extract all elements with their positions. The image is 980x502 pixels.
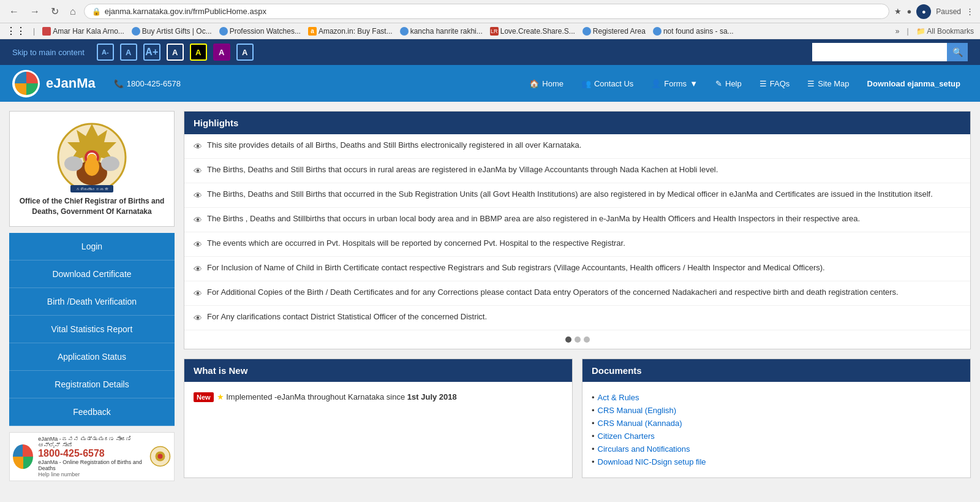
nav-help[interactable]: ✎ Help: [708, 74, 749, 93]
helpline-box: eJanMa - ಜನನ ಮತ್ತು ಮರಣ ನೊಂದಣಿ ಆನ್‌ಲೈನ್ ಸ…: [9, 432, 175, 481]
nav-logo: eJanMa 📞 1800-425-6578: [12, 70, 181, 97]
nav-contact[interactable]: 👥 Contact Us: [574, 74, 641, 93]
reload-button[interactable]: ↻: [48, 4, 62, 18]
sidebar-birth-death-verify[interactable]: Birth /Death Verification: [9, 288, 175, 316]
karnataka-emblem: ಸತ್ಯಮೇವ ಜಯತೇ: [55, 121, 129, 194]
helpline-tagline: eJanMa - ಜನನ ಮತ್ತು ಮರಣ ನೊಂದಣಿ ಆನ್‌ಲೈನ್ ಸ…: [38, 436, 145, 448]
bookmark-profession[interactable]: Profession Watches...: [219, 27, 301, 36]
home-icon: 🏠: [529, 79, 539, 88]
nav-download-setup[interactable]: Download ejanma_setup: [860, 74, 968, 93]
sidebar-feedback[interactable]: Feedback: [9, 398, 175, 426]
browser-actions: ★ ● ● Paused ⋮: [894, 4, 974, 19]
accessibility-bar: Skip to main content A- A A+ A A A A 🔍: [0, 39, 980, 65]
search-button[interactable]: 🔍: [947, 43, 968, 61]
helpline-text: eJanMa - ಜನನ ಮತ್ತು ಮರಣ ನೊಂದಣಿ ಆನ್‌ಲೈನ್ ಸ…: [38, 436, 145, 477]
documents-list: Act & RulesCRS Manual (English)CRS Manua…: [592, 391, 961, 468]
doc-link-3[interactable]: Citizen Charters: [598, 432, 655, 441]
font-high-contrast-button[interactable]: A: [190, 44, 207, 61]
sidebar-vital-stats[interactable]: Vital Statistics Report: [9, 316, 175, 343]
helpline-sub: eJanMa - Online Registration of Births a…: [38, 459, 145, 471]
search-input[interactable]: [812, 43, 947, 61]
font-purple-button[interactable]: A: [213, 44, 230, 61]
back-button[interactable]: ←: [6, 5, 22, 18]
bookmark-amar[interactable]: Amar Har Kala Arno...: [42, 27, 124, 36]
all-bookmarks[interactable]: 📁 All Bookmarks: [916, 27, 974, 36]
nav-sitemap[interactable]: ☰ Site Map: [800, 74, 856, 93]
doc-link-1[interactable]: CRS Manual (English): [598, 406, 677, 415]
helpline-logo: [13, 444, 33, 469]
logo-inner: [15, 72, 38, 95]
globe-icon: [582, 27, 591, 36]
svg-point-3: [64, 156, 83, 171]
bookmark-buy-artist[interactable]: Buy Artist Gifts | Oc...: [132, 27, 212, 36]
highlights-box: Highlights 👁This site provides details o…: [184, 111, 971, 349]
eye-icon: 👁: [194, 287, 202, 300]
sidebar-download-cert[interactable]: Download Certificate: [9, 261, 175, 288]
highlights-list: 👁This site provides details of all Birth…: [184, 134, 970, 330]
right-content: Highlights 👁This site provides details o…: [184, 111, 971, 481]
emblem-small: [149, 446, 171, 467]
forward-button[interactable]: →: [27, 5, 43, 18]
doc-link-item-4: Circulars and Notifications: [592, 443, 961, 455]
font-blue-button[interactable]: A: [236, 44, 254, 61]
bookmark-amazon[interactable]: a Amazon.in: Buy Fast...: [308, 27, 393, 36]
doc-link-item-5: Download NIC-Dsign setup file: [592, 455, 961, 468]
apps-icon[interactable]: ⋮⋮: [6, 25, 26, 37]
page-dot-1[interactable]: [565, 337, 571, 343]
contact-icon: 👥: [581, 79, 591, 88]
menu-icon[interactable]: ⋮: [966, 7, 974, 16]
eye-icon: 👁: [194, 263, 202, 276]
sidebar-registration-details[interactable]: Registration Details: [9, 371, 175, 398]
sidebar-login[interactable]: Login: [9, 233, 175, 261]
dropdown-icon: ▼: [690, 79, 698, 88]
sidebar-app-status[interactable]: Application Status: [9, 343, 175, 371]
bookmark-star-icon[interactable]: ★: [894, 7, 902, 16]
font-decrease-button[interactable]: A-: [97, 44, 114, 61]
doc-link-0[interactable]: Act & Rules: [598, 393, 639, 402]
bottom-row: What is New New★ Implemented -eJanMa thr…: [184, 359, 971, 478]
logo-circle: [12, 70, 40, 97]
font-medium-button[interactable]: A: [120, 44, 137, 61]
helpline-sublabel: Help line number: [38, 471, 145, 477]
nav-home[interactable]: 🏠 Home: [522, 74, 571, 93]
page-wrapper: Skip to main content A- A A+ A A A A 🔍 e…: [0, 39, 980, 490]
nav-faqs[interactable]: ☰ FAQs: [752, 74, 797, 93]
doc-link-4[interactable]: Circulars and Notifications: [598, 444, 690, 454]
page-dot-3[interactable]: [584, 337, 590, 343]
pagination: [184, 330, 970, 349]
font-increase-button[interactable]: A+: [143, 44, 160, 61]
bookmark-not-found[interactable]: not found asins - sa...: [653, 27, 734, 36]
sitemap-icon: ☰: [807, 79, 815, 88]
search-bar: 🔍: [812, 43, 968, 61]
profile-icon[interactable]: ●: [916, 4, 931, 19]
doc-link-5[interactable]: Download NIC-Dsign setup file: [598, 457, 706, 466]
extension-icon[interactable]: ●: [907, 7, 911, 16]
address-bar[interactable]: 🔒 ejanma.karnataka.gov.in/frmPublicHome.…: [84, 4, 890, 19]
nav-forms[interactable]: 👤 Forms ▼: [644, 74, 705, 93]
globe-icon: [132, 27, 140, 36]
skip-link[interactable]: Skip to main content: [12, 48, 85, 57]
faqs-icon: ☰: [760, 79, 767, 88]
page-dot-2[interactable]: [575, 337, 581, 343]
eye-icon: 👁: [194, 214, 202, 227]
forms-icon: 👤: [651, 79, 661, 88]
bookmark-registered[interactable]: Registered Area: [582, 27, 646, 36]
bookmark-love[interactable]: LR Love.Create.Share.S...: [490, 27, 575, 36]
globe-icon: [653, 27, 662, 36]
highlight-item-4: 👁The events which are occurred in Pvt. H…: [184, 232, 970, 257]
doc-link-2[interactable]: CRS Manual (Kannada): [598, 419, 682, 428]
eye-icon: 👁: [194, 312, 202, 325]
new-star: ★: [217, 392, 224, 401]
help-icon: ✎: [715, 79, 722, 88]
amazon-icon: a: [308, 27, 317, 36]
more-bookmarks[interactable]: »: [895, 27, 900, 36]
highlight-item-6: 👁For Additional Copies of the Birth / De…: [184, 281, 970, 306]
what-is-new: What is New New★ Implemented -eJanMa thr…: [184, 359, 573, 478]
new-item: New★ Implemented -eJanMa throughout Karn…: [194, 391, 563, 404]
font-normal-button[interactable]: A: [167, 44, 184, 61]
eye-icon: 👁: [194, 189, 202, 202]
home-button[interactable]: ⌂: [67, 5, 79, 18]
eye-icon: 👁: [194, 165, 202, 178]
nav-menu: 🏠 Home 👥 Contact Us 👤 Forms ▼ ✎ Help ☰ F…: [522, 74, 968, 93]
bookmark-kancha[interactable]: kancha hanrite rakhi...: [400, 27, 483, 36]
